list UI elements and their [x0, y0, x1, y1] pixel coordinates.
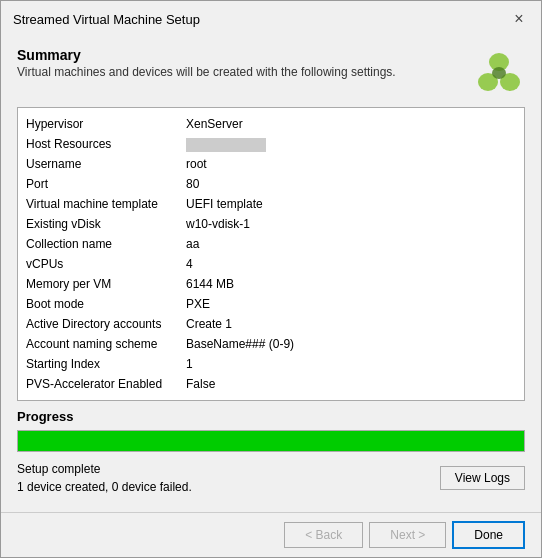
table-row: PVS-Accelerator EnabledFalse	[26, 374, 516, 394]
svg-point-3	[492, 67, 506, 79]
table-row: Collection nameaa	[26, 234, 516, 254]
row-value: root	[186, 155, 516, 173]
masked-value	[186, 138, 266, 152]
table-row: Starting Index1	[26, 354, 516, 374]
summary-table: HypervisorXenServerHost ResourcesUsernam…	[17, 107, 525, 401]
row-value: PXE	[186, 295, 516, 313]
content-area: Summary Virtual machines and devices wil…	[1, 37, 541, 512]
row-value: 6144 MB	[186, 275, 516, 293]
dialog-title: Streamed Virtual Machine Setup	[13, 12, 200, 27]
row-label: Active Directory accounts	[26, 315, 186, 333]
row-value: aa	[186, 235, 516, 253]
row-label: Boot mode	[26, 295, 186, 313]
status-row: Setup complete 1 device created, 0 devic…	[17, 460, 525, 496]
row-value: 4	[186, 255, 516, 273]
row-label: Host Resources	[26, 135, 186, 153]
progress-bar-container	[17, 430, 525, 452]
section-description: Virtual machines and devices will be cre…	[17, 65, 396, 79]
title-bar: Streamed Virtual Machine Setup ×	[1, 1, 541, 37]
row-label: PVS-Accelerator Enabled	[26, 375, 186, 393]
row-value: UEFI template	[186, 195, 516, 213]
row-label: vCPUs	[26, 255, 186, 273]
row-label: Hypervisor	[26, 115, 186, 133]
dialog-window: Streamed Virtual Machine Setup × Summary…	[0, 0, 542, 558]
table-row: Memory per VM6144 MB	[26, 274, 516, 294]
status-line2: 1 device created, 0 device failed.	[17, 478, 192, 496]
row-value: Create 1	[186, 315, 516, 333]
table-row: Active Directory accountsCreate 1	[26, 314, 516, 334]
row-value	[186, 135, 516, 153]
row-label: Account naming scheme	[26, 335, 186, 353]
view-logs-button[interactable]: View Logs	[440, 466, 525, 490]
footer: < Back Next > Done	[1, 512, 541, 557]
progress-label: Progress	[17, 409, 525, 424]
table-row: Virtual machine templateUEFI template	[26, 194, 516, 214]
row-label: Username	[26, 155, 186, 173]
table-row: Existing vDiskw10-vdisk-1	[26, 214, 516, 234]
back-button[interactable]: < Back	[284, 522, 363, 548]
status-text: Setup complete 1 device created, 0 devic…	[17, 460, 192, 496]
row-value: 80	[186, 175, 516, 193]
table-row: Host Resources	[26, 134, 516, 154]
next-button[interactable]: Next >	[369, 522, 446, 548]
table-row: Account naming schemeBaseName### (0-9)	[26, 334, 516, 354]
header-section: Summary Virtual machines and devices wil…	[17, 47, 525, 99]
row-label: Virtual machine template	[26, 195, 186, 213]
table-row: vCPUs4	[26, 254, 516, 274]
table-row: Usernameroot	[26, 154, 516, 174]
row-label: Existing vDisk	[26, 215, 186, 233]
done-button[interactable]: Done	[452, 521, 525, 549]
progress-section: Progress Setup complete 1 device created…	[17, 409, 525, 496]
row-label: Collection name	[26, 235, 186, 253]
row-label: Memory per VM	[26, 275, 186, 293]
row-label: Port	[26, 175, 186, 193]
row-value: w10-vdisk-1	[186, 215, 516, 233]
row-value: XenServer	[186, 115, 516, 133]
close-button[interactable]: ×	[509, 9, 529, 29]
header-text: Summary Virtual machines and devices wil…	[17, 47, 396, 79]
row-value: 1	[186, 355, 516, 373]
table-row: HypervisorXenServer	[26, 114, 516, 134]
table-row: Boot modePXE	[26, 294, 516, 314]
app-logo	[473, 47, 525, 99]
progress-bar-fill	[18, 431, 524, 451]
table-row: Port80	[26, 174, 516, 194]
row-label: Starting Index	[26, 355, 186, 373]
row-value: BaseName### (0-9)	[186, 335, 516, 353]
section-title: Summary	[17, 47, 396, 63]
row-value: False	[186, 375, 516, 393]
status-line1: Setup complete	[17, 460, 192, 478]
